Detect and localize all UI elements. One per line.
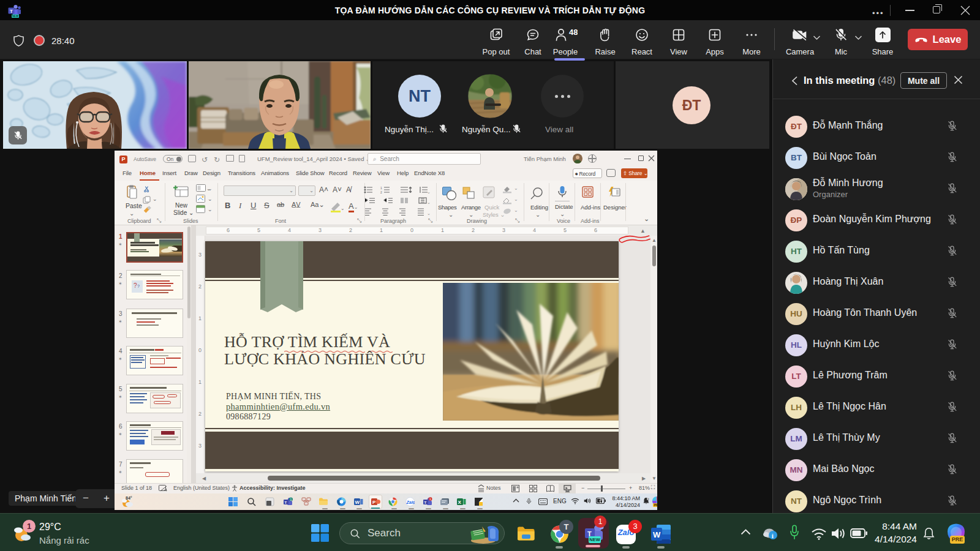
svg-text:1: 1 (429, 497, 431, 501)
svg-text:X: X (458, 500, 462, 505)
svg-text:T: T (424, 501, 427, 504)
svg-text:84°: 84° (126, 496, 132, 500)
svg-text:2: 2 (380, 190, 382, 194)
svg-text:W: W (653, 530, 661, 539)
svg-text:48: 48 (569, 28, 578, 37)
svg-text:⌄: ⌄ (341, 206, 344, 211)
svg-text:P: P (372, 500, 376, 505)
svg-text:②: ② (647, 498, 649, 500)
svg-text:i: i (772, 532, 774, 539)
svg-text:Zalo: Zalo (406, 500, 415, 504)
svg-text:⌄: ⌄ (427, 211, 431, 216)
svg-text:1: 1 (380, 186, 382, 190)
svg-text:PRE: PRE (654, 503, 658, 507)
svg-text:T: T (285, 501, 287, 504)
svg-text:W: W (355, 500, 360, 505)
svg-text:⌄: ⌄ (427, 200, 431, 204)
svg-text:1: 1 (290, 498, 292, 501)
svg-text:⌄: ⌄ (427, 190, 431, 194)
